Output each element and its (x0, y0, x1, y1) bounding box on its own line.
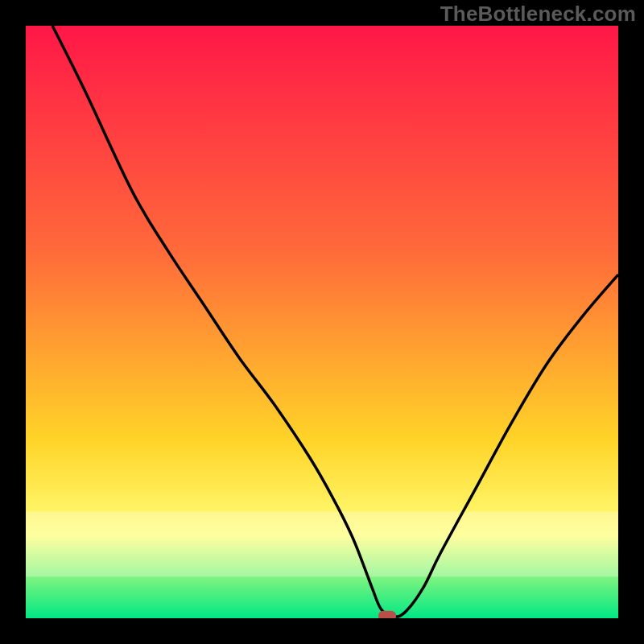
low-bottleneck-band (26, 512, 618, 577)
bottleneck-plot (0, 0, 644, 644)
chart-frame: TheBottleneck.com (0, 0, 644, 644)
watermark-text: TheBottleneck.com (440, 2, 636, 27)
